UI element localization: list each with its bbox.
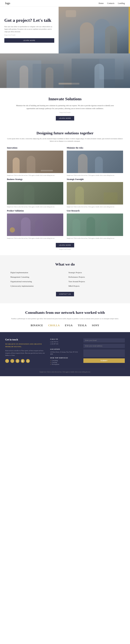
logo: logo	[5, 2, 10, 5]
facebook-icon[interactable]: f	[5, 359, 9, 363]
hero-image	[59, 7, 130, 54]
designing-cta-button[interactable]: LEARN MORE	[56, 243, 74, 248]
footer-message-input[interactable]	[83, 350, 125, 357]
grid-item-title-5: User Research	[67, 210, 123, 212]
nav-home[interactable]: Home	[99, 2, 104, 5]
grid-item-business-strategy: Business Strategy Sample text: Click to …	[7, 178, 63, 208]
brand-logo-evga: EVGA	[65, 324, 73, 327]
brand-logo-crolla: CROLLA	[48, 324, 60, 327]
what-we-do-section: What we do Digital implementation Strate…	[0, 255, 130, 303]
service-item-6: Turn Around Projects	[68, 280, 119, 283]
consultants-section: Consultants from our network have worked…	[0, 303, 130, 332]
innovate-section: Innovate Solutions Minimize the risk of …	[0, 88, 130, 126]
innovate-title: Innovate Solutions	[14, 97, 116, 101]
service-item-3: Cybersecurity implementation	[11, 284, 62, 288]
footer-description: Etiam sed arcu convallis est. Risus apte…	[5, 350, 47, 357]
footer-email-input[interactable]	[83, 344, 125, 348]
grid-caption-5: Sample text: Click to select the text bo…	[67, 237, 123, 239]
grid-item-title-3: Strategic Foresight	[67, 178, 123, 181]
innovate-cta-button[interactable]: LEARN MORE	[56, 116, 74, 120]
grid-item-strategic-foresight: Strategic Foresight Sample text: Click t…	[67, 178, 123, 208]
hero-section: Got a project? Let's talk Duis aute irur…	[0, 7, 130, 54]
service-item-0: Digital implementation	[11, 271, 62, 274]
grid-item-title-1: Minimize the risks	[67, 146, 123, 149]
grid-item-product-validation: Product Validation Sample text: Click to…	[7, 210, 63, 239]
grid-caption-4: Sample text: Click to select the text bo…	[7, 237, 63, 239]
what-we-do-title: What we do	[11, 262, 119, 266]
grid-item-minimize-risks: Minimize the risks Sample text: Click to…	[67, 146, 123, 176]
grid-caption-2: Sample text: Click to select the text bo…	[7, 206, 63, 208]
grid-image-2	[7, 182, 63, 204]
youtube-icon[interactable]: ▶	[21, 359, 25, 363]
instagram-icon[interactable]: ig	[26, 359, 30, 363]
service-item-2: Organizational restructuring	[11, 280, 62, 283]
grid-item-title-4: Product Validation	[7, 210, 63, 212]
brand-logo-sony: SONY	[92, 324, 99, 327]
linkedin-icon[interactable]: in	[16, 359, 20, 363]
grid-caption-1: Sample text: Click to select the text bo…	[67, 174, 123, 176]
footer-form: SUBMIT	[83, 338, 125, 363]
hero-description: Duis aute irure dolor in reprehenderit i…	[4, 26, 54, 33]
contact-us-button[interactable]: CONTACT US	[56, 292, 74, 296]
consultants-title: Consultants from our network have worked…	[7, 310, 123, 315]
hero-title: Got a project? Let's talk	[4, 18, 54, 23]
designing-images-credit: Images from Freepik	[7, 248, 123, 250]
service-item-7: M&A Projects	[68, 284, 119, 288]
grid-item-innovations: Innovations Sample text: Click to select…	[7, 146, 63, 176]
service-item-4: Strategic Projects	[68, 271, 119, 274]
grid-item-title-0: Innovations	[7, 146, 63, 149]
consultants-description: Fuuibus a pellentesque sit amet porttito…	[7, 318, 123, 320]
footer-submit-button[interactable]: SUBMIT	[83, 358, 125, 363]
grid-item-title-2: Business Strategy	[7, 178, 63, 181]
innovate-image-credit: Image from Freepik	[14, 112, 116, 113]
photo-strip	[0, 54, 130, 88]
designing-title: Designing future solutions together	[7, 131, 123, 135]
footer-bottom-text: Sample text: Click to select the text bo…	[5, 371, 125, 373]
grid-image-3	[67, 182, 123, 204]
grid-caption-3: Sample text: Click to select the text bo…	[67, 206, 123, 208]
designing-grid-row-2: Business Strategy Sample text: Click to …	[7, 178, 123, 208]
designing-section: Designing future solutions together Lore…	[0, 126, 130, 255]
designing-grid-row-3: Product Validation Sample text: Click to…	[7, 210, 123, 239]
service-item-5: Performance Projects	[68, 275, 119, 279]
phone-2: (+24) 587-434	[50, 343, 80, 345]
grid-image-1	[67, 150, 123, 173]
nav-links: Home Contacts Landing	[99, 2, 125, 5]
hero-cta-button[interactable]: LEARN MORE	[4, 38, 54, 43]
nav-landing[interactable]: Landing	[118, 2, 125, 5]
grid-item-user-research: User Research Sample text: Click to sele…	[67, 210, 123, 239]
top-services-label: OUR TOP SERVICES	[50, 357, 80, 359]
footer-service-0: Consulting	[50, 360, 80, 361]
grid-image-5	[67, 214, 123, 236]
footer-tagline: WE BELIEVE IN INNOVATION AND CREATIVE PR…	[5, 343, 47, 348]
navigation: logo Home Contacts Landing	[0, 0, 130, 7]
footer-name-input[interactable]	[83, 338, 125, 342]
footer-service-1: Coaching	[50, 362, 80, 363]
grid-image-4	[7, 214, 63, 236]
services-grid: Digital implementation Strategic Project…	[11, 271, 119, 288]
designing-description: Lorem ipsum dolor sit amet, consectetur …	[7, 138, 123, 142]
designing-cta-container: LEARN MORE	[7, 243, 123, 248]
footer-col-form: SUBMIT	[83, 338, 125, 366]
hero-right	[59, 7, 130, 54]
footer-grid: Get in touch WE BELIEVE IN INNOVATION AN…	[5, 338, 125, 366]
nav-contacts[interactable]: Contacts	[107, 2, 114, 5]
twitter-icon[interactable]: t	[11, 359, 14, 363]
footer-col-info: CALL US (+24) 759-751 (+24) 587-434 LOCA…	[50, 338, 80, 366]
location-label: LOCATION	[50, 348, 80, 350]
designing-grid-row-1: Innovations Sample text: Click to select…	[7, 146, 123, 176]
footer-service-2: Development	[50, 364, 80, 365]
footer-social-links: f t in ▶ ig	[5, 359, 47, 363]
footer-location: 123 Rock Street, 21 Avenue, New York, NY…	[50, 351, 80, 355]
grid-caption-0: Sample text: Click to select the text bo…	[7, 174, 63, 176]
call-us-label: CALL US	[50, 338, 80, 340]
brand-logo-binance: BINANCE	[31, 324, 43, 327]
footer-bottom: Sample text: Click to select the text bo…	[5, 369, 125, 373]
hero-yellow-accent	[128, 7, 130, 54]
footer-col-contact: Get in touch WE BELIEVE IN INNOVATION AN…	[5, 338, 47, 366]
service-item-1: Management Consulting	[11, 275, 62, 279]
footer-get-in-touch-title: Get in touch	[5, 338, 47, 341]
hero-image-credit: Image from Freepik	[4, 34, 54, 36]
innovate-description: Minimize the risk of building and learni…	[14, 104, 116, 110]
grid-image-0	[7, 150, 63, 173]
